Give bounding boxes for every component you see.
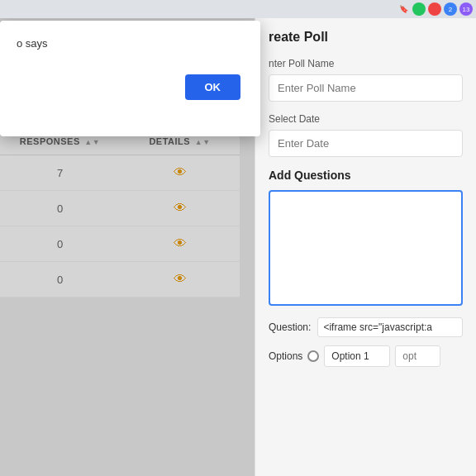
notification-purple-icon: 13 xyxy=(459,2,473,16)
responses-cell: 7 xyxy=(0,167,120,179)
option-radio[interactable] xyxy=(307,350,319,362)
responses-cell: 0 xyxy=(0,238,120,250)
option2-input[interactable] xyxy=(395,345,440,367)
details-cell: 👁 xyxy=(120,201,240,216)
details-cell: 👁 xyxy=(120,165,240,180)
table-row: 0 👁 xyxy=(0,191,240,226)
options-row: Options xyxy=(269,345,463,367)
responses-cell: 0 xyxy=(0,202,120,215)
date-label: Select Date xyxy=(269,113,463,125)
date-input[interactable] xyxy=(269,130,463,157)
details-cell: 👁 xyxy=(120,236,240,251)
bookmark-icon: 🔖 xyxy=(397,2,410,16)
question-value: <iframe src="javascript:a xyxy=(317,317,463,337)
responses-col-header: RESPONSES ▲▼ xyxy=(0,136,120,146)
eye-icon: 👁 xyxy=(174,236,187,250)
eye-icon: 👁 xyxy=(174,165,187,179)
question-field-label: Question: xyxy=(269,321,311,333)
alert-message: o says xyxy=(17,37,240,50)
eye-icon: 👁 xyxy=(174,201,187,215)
details-col-header: DETAILS ▲▼ xyxy=(120,136,240,146)
panel-title: reate Poll xyxy=(269,30,463,45)
red-circle-icon xyxy=(428,2,441,16)
poll-name-label: nter Poll Name xyxy=(269,58,463,69)
background-table: RESPONSES ▲▼ DETAILS ▲▼ 7 👁 0 👁 0 👁 0 👁 xyxy=(0,128,240,298)
option1-input[interactable] xyxy=(324,345,390,367)
green-circle-icon xyxy=(412,2,426,16)
table-row: 0 👁 xyxy=(0,262,240,298)
table-row: 0 👁 xyxy=(0,226,240,262)
sort-arrow-details: ▲▼ xyxy=(195,138,211,146)
table-row: 7 👁 xyxy=(0,155,240,191)
eye-icon: 👁 xyxy=(174,272,187,286)
ok-button[interactable]: OK xyxy=(185,74,241,100)
alert-dialog: o says OK xyxy=(0,21,260,136)
questions-box xyxy=(269,190,463,306)
responses-cell: 0 xyxy=(0,274,120,286)
details-cell: 👁 xyxy=(120,272,240,287)
create-poll-panel: reate Poll nter Poll Name Select Date Ad… xyxy=(255,17,476,476)
add-questions-label: Add Questions xyxy=(269,169,463,182)
notification-blue-icon: 2 xyxy=(444,2,457,16)
chrome-toolbar: 🔖 2 13 xyxy=(0,0,476,18)
poll-name-input[interactable] xyxy=(269,74,463,102)
options-label: Options xyxy=(269,350,302,362)
sort-arrow-responses: ▲▼ xyxy=(84,138,100,146)
question-row: Question: <iframe src="javascript:a xyxy=(269,317,463,337)
